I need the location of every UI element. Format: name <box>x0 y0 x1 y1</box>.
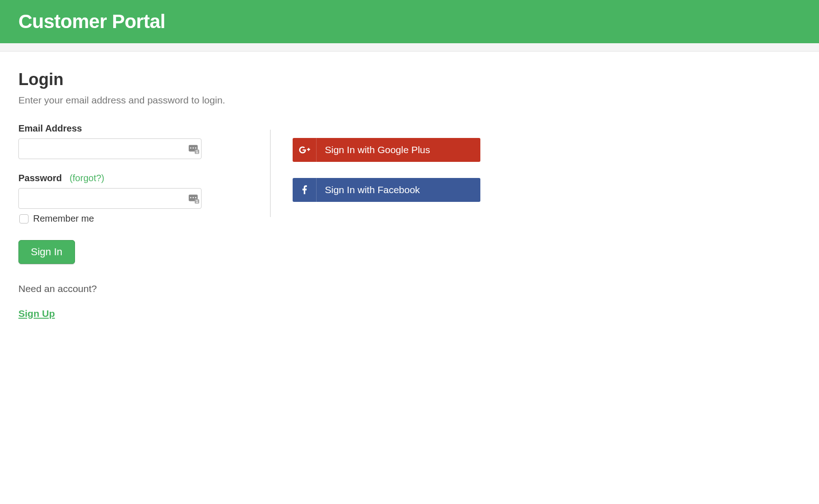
svg-point-4 <box>193 147 194 149</box>
svg-text:1: 1 <box>196 149 198 154</box>
email-label: Email Address <box>18 123 248 134</box>
remember-me-row: Remember me <box>18 213 248 224</box>
need-account-text: Need an account? <box>18 283 248 294</box>
remember-me-label: Remember me <box>33 213 94 224</box>
social-login-column: Sign In with Google Plus Sign In with Fa… <box>271 70 480 319</box>
svg-marker-12 <box>307 148 310 151</box>
password-input[interactable] <box>18 188 202 209</box>
google-signin-button[interactable]: Sign In with Google Plus <box>293 138 480 162</box>
signin-button[interactable]: Sign In <box>18 240 75 264</box>
svg-point-3 <box>190 147 191 149</box>
svg-point-10 <box>193 197 194 198</box>
forgot-password-link[interactable]: (forgot?) <box>69 173 104 183</box>
svg-text:1: 1 <box>196 199 198 203</box>
header-bar: Customer Portal <box>0 0 819 43</box>
facebook-signin-button[interactable]: Sign In with Facebook <box>293 178 480 202</box>
password-label-row: Password (forgot?) <box>18 173 248 183</box>
google-plus-icon <box>293 138 317 162</box>
signup-link[interactable]: Sign Up <box>18 308 55 319</box>
password-manager-icon: 1 <box>188 143 200 155</box>
login-heading: Login <box>18 70 248 89</box>
remember-me-checkbox[interactable] <box>19 214 29 223</box>
main-content: Login Enter your email address and passw… <box>0 52 819 319</box>
google-signin-label: Sign In with Google Plus <box>317 144 480 155</box>
sub-band <box>0 43 819 52</box>
site-title: Customer Portal <box>18 11 165 33</box>
svg-point-11 <box>195 197 196 198</box>
password-label: Password <box>18 173 62 183</box>
login-subtitle: Enter your email address and password to… <box>18 95 248 106</box>
password-input-wrapper: 1 <box>18 188 248 209</box>
email-input-wrapper: 1 <box>18 138 248 159</box>
login-form-column: Login Enter your email address and passw… <box>18 70 270 319</box>
facebook-signin-label: Sign In with Facebook <box>317 184 480 195</box>
facebook-icon <box>293 178 317 202</box>
svg-point-5 <box>195 147 196 149</box>
svg-point-9 <box>190 197 191 198</box>
email-input[interactable] <box>18 138 202 159</box>
password-manager-icon: 1 <box>188 193 200 205</box>
